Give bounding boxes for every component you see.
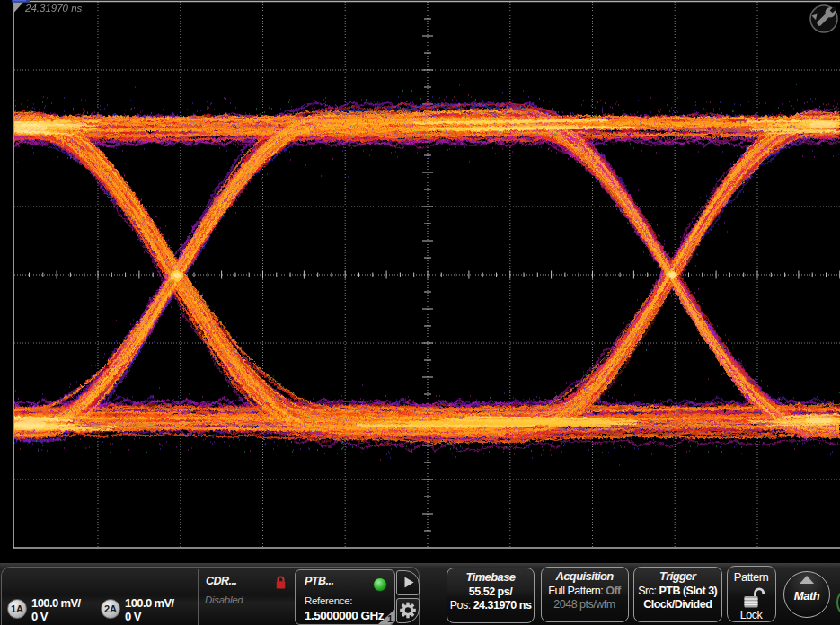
svg-text:24.31970 ns: 24.31970 ns	[24, 3, 83, 13]
